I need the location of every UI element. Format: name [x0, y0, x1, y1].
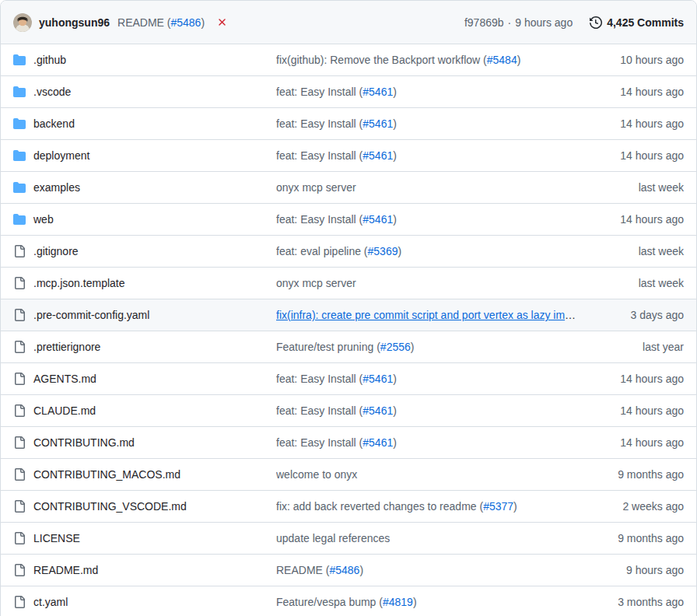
commit-message-text: ): [393, 213, 397, 226]
commit-message-link[interactable]: fix(github): Remove the Backport workflo…: [276, 54, 520, 66]
commit-date: 3 months ago: [587, 596, 696, 608]
pr-number-link[interactable]: #5461: [363, 373, 393, 385]
folder-icon: [13, 213, 26, 226]
file-name-link[interactable]: .github: [33, 54, 66, 66]
file-name-cell: LICENSE: [1, 532, 276, 544]
commit-message-text: …: [565, 309, 576, 321]
commit-message-link[interactable]: feat: Easy Install (#5461): [276, 213, 397, 226]
commit-message-text: ): [398, 245, 401, 257]
file-name-link[interactable]: .prettierignore: [33, 341, 100, 353]
file-name-link[interactable]: CONTRIBUTING_MACOS.md: [33, 468, 180, 481]
commit-message-text: README (: [276, 564, 329, 576]
table-row: AGENTS.md feat: Easy Install (#5461) 14 …: [1, 363, 696, 395]
commit-date: 14 hours ago: [587, 436, 696, 449]
file-name-link[interactable]: README.md: [33, 564, 98, 576]
commit-message-text: update legal references: [276, 532, 390, 544]
file-icon: [13, 596, 26, 608]
file-icon: [13, 245, 26, 257]
avatar[interactable]: [13, 13, 32, 32]
folder-icon: [13, 117, 26, 130]
commit-message-link[interactable]: Feature/vespa bump (#4819): [276, 596, 417, 608]
commit-message-link[interactable]: feat: Easy Install (#5461): [276, 117, 397, 130]
commit-date: 14 hours ago: [587, 404, 696, 417]
file-name-link[interactable]: AGENTS.md: [33, 373, 96, 385]
file-name-link[interactable]: .vscode: [33, 86, 71, 98]
commit-message-link[interactable]: onyx mcp server: [276, 277, 356, 289]
commit-message-link[interactable]: fix(infra): create pre commit script and…: [276, 309, 576, 321]
table-row: .gitignore feat: eval pipeline (#5369) l…: [1, 236, 696, 268]
latest-commit-message-text: README (: [117, 16, 170, 29]
commit-message-text: feat: Easy Install (: [276, 373, 363, 385]
commit-message-text: onyx mcp server: [276, 181, 356, 194]
table-row: backend feat: Easy Install (#5461) 14 ho…: [1, 108, 696, 140]
commits-count: 4,425 Commits: [607, 16, 684, 29]
commit-message-cell: onyx mcp server: [276, 277, 587, 289]
commit-message-link[interactable]: feat: eval pipeline (#5369): [276, 245, 401, 257]
commit-message-text[interactable]: fix(infra): create pre commit script and…: [276, 309, 565, 321]
pr-number-link[interactable]: #5377: [483, 500, 513, 513]
commit-message-text: feat: eval pipeline (: [276, 245, 368, 257]
status-check-failed-icon[interactable]: [216, 16, 228, 28]
file-icon: [13, 500, 26, 513]
table-row: .mcp.json.template onyx mcp server last …: [1, 268, 696, 299]
file-name-link[interactable]: backend: [33, 117, 75, 130]
latest-commit-message-link[interactable]: README (#5486): [117, 16, 205, 29]
commit-message-link[interactable]: feat: Easy Install (#5461): [276, 436, 397, 449]
commit-author-link[interactable]: yuhongsun96: [39, 16, 110, 29]
folder-icon: [13, 149, 26, 162]
commit-sha-link[interactable]: f97869b: [464, 16, 504, 29]
pr-number-link[interactable]: #4819: [383, 596, 413, 608]
commit-date: 2 weeks ago: [587, 500, 696, 513]
commit-message-link[interactable]: README (#5486): [276, 564, 363, 576]
commit-message-text: feat: Easy Install (: [276, 213, 363, 226]
file-name-link[interactable]: CONTRIBUTING_VSCODE.md: [33, 500, 187, 513]
file-name-link[interactable]: web: [33, 213, 54, 226]
pr-number-link[interactable]: #5461: [363, 213, 393, 226]
latest-commit-message-text-suffix: ): [201, 16, 205, 29]
pr-number-link[interactable]: #5484: [487, 54, 517, 66]
pr-number-link[interactable]: #5461: [363, 149, 393, 162]
file-name-link[interactable]: deployment: [33, 149, 89, 162]
commit-message-link[interactable]: feat: Easy Install (#5461): [276, 149, 397, 162]
commit-date: 14 hours ago: [587, 86, 696, 98]
pr-number-link[interactable]: #5461: [363, 436, 393, 449]
latest-commit-pr-link[interactable]: #5486: [170, 16, 201, 29]
avatar-image: [13, 13, 32, 32]
file-name-link[interactable]: examples: [33, 181, 80, 194]
table-row: .github fix(github): Remove the Backport…: [1, 44, 696, 76]
commit-message-text: ): [413, 596, 417, 608]
pr-number-link[interactable]: #5461: [363, 117, 393, 130]
file-name-link[interactable]: LICENSE: [33, 532, 80, 544]
commit-history-link[interactable]: 4,425 Commits: [590, 16, 684, 29]
commit-message-link[interactable]: feat: Easy Install (#5461): [276, 404, 397, 417]
table-row: CLAUDE.md feat: Easy Install (#5461) 14 …: [1, 395, 696, 427]
file-name-link[interactable]: ct.yaml: [33, 596, 68, 608]
commit-message-link[interactable]: onyx mcp server: [276, 181, 356, 194]
file-name-link[interactable]: CLAUDE.md: [33, 404, 96, 417]
pr-number-link[interactable]: #5461: [363, 404, 393, 417]
commit-message-link[interactable]: fix: add back reverted changes to readme…: [276, 500, 517, 513]
commit-message-text: ): [393, 117, 397, 130]
file-name-link[interactable]: .mcp.json.template: [33, 277, 125, 289]
pr-number-link[interactable]: #5486: [329, 564, 359, 576]
commit-message-link[interactable]: Feature/test pruning (#2556): [276, 341, 414, 353]
commit-message-link[interactable]: welcome to onyx: [276, 468, 357, 481]
commit-message-link[interactable]: feat: Easy Install (#5461): [276, 373, 397, 385]
commit-message-link[interactable]: feat: Easy Install (#5461): [276, 86, 397, 98]
file-name-link[interactable]: .pre-commit-config.yaml: [33, 309, 149, 321]
file-name-cell: .gitignore: [1, 245, 276, 257]
file-icon: [13, 564, 26, 576]
commit-message-text: ): [393, 404, 397, 417]
pr-number-link[interactable]: #5369: [368, 245, 398, 257]
commit-message-link[interactable]: update legal references: [276, 532, 390, 544]
commit-message-text: fix(github): Remove the Backport workflo…: [276, 54, 487, 66]
file-name-cell: backend: [1, 117, 276, 130]
pr-number-link[interactable]: #5461: [363, 86, 393, 98]
pr-number-link[interactable]: #2556: [380, 341, 411, 353]
table-row: ct.yaml Feature/vespa bump (#4819) 3 mon…: [1, 586, 696, 616]
file-name-cell: web: [1, 213, 276, 226]
file-name-link[interactable]: CONTRIBUTING.md: [33, 436, 135, 449]
commit-date: 9 months ago: [587, 468, 696, 481]
file-name-link[interactable]: .gitignore: [33, 245, 79, 257]
file-icon: [13, 341, 26, 353]
